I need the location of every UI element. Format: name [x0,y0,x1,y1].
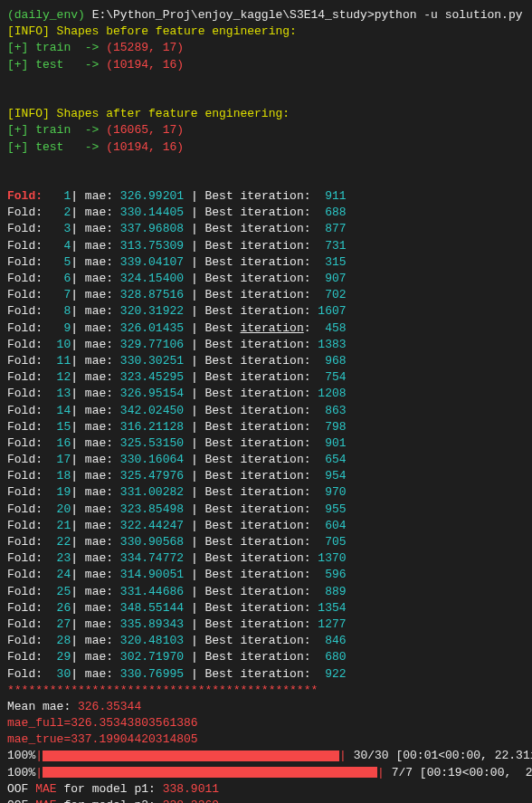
fold-row: Fold: 30| mae: 330.76995 | Best iteratio… [7,666,525,683]
fold-row: Fold: 12| mae: 323.45295 | Best iteratio… [7,369,525,386]
fold-row: Fold: 13| mae: 326.95154 | Best iteratio… [7,386,525,402]
progress-fill [43,750,339,761]
progress-fill [43,767,377,778]
fold-row: Fold: 5| mae: 339.04107 | Best iteration… [7,254,525,271]
progress-bar: 100%|| 7/7 [00:19<00:00, 2.80s/it] [7,765,525,781]
oof-line: OOF MAE for model p1: 338.9011 [7,781,525,798]
fold-row: Fold: 29| mae: 302.71970 | Best iteratio… [7,649,525,665]
shape-train-after: [+] train -> (16065, 17) [7,122,525,139]
prompt-line[interactable]: (daily_env) E:\Python_Proj\enjoy_kaggle\… [7,7,525,24]
terminal-output: (daily_env) E:\Python_Proj\enjoy_kaggle\… [7,7,525,803]
fold-row: Fold: 8| mae: 320.31922 | Best iteration… [7,303,525,320]
fold-row: Fold: 23| mae: 334.74772 | Best iteratio… [7,550,525,567]
fold-row: Fold: 28| mae: 320.48103 | Best iteratio… [7,633,525,649]
progress-bar: 100%|| 30/30 [00:01<00:00, 22.31it/s] [7,748,525,764]
fold-row: Fold: 18| mae: 325.47976 | Best iteratio… [7,468,525,484]
mae-true: mae_true=337.19904420314805 [7,731,525,748]
fold-row: Fold: 14| mae: 342.02450 | Best iteratio… [7,403,525,419]
fold-row: Fold: 7| mae: 328.87516 | Best iteration… [7,287,525,303]
info-before: [INFO] Shapes before feature engineering… [7,24,525,40]
fold-row: Fold: 6| mae: 324.15400 | Best iteration… [7,271,525,287]
fold-row: Fold: 27| mae: 335.89343 | Best iteratio… [7,617,525,633]
fold-row: Fold: 22| mae: 330.90568 | Best iteratio… [7,534,525,550]
oof-line: OOF MAE for model p2: 338.3369 [7,798,525,803]
shape-test-after: [+] test -> (10194, 16) [7,139,525,156]
shape-train-before: [+] train -> (15289, 17) [7,40,525,56]
fold-row: Fold: 25| mae: 331.44686 | Best iteratio… [7,584,525,600]
fold-row: Fold: 26| mae: 348.55144 | Best iteratio… [7,600,525,617]
divider-stars: ****************************************… [7,683,525,699]
fold-row: Fold: 2| mae: 330.14405 | Best iteration… [7,205,525,221]
fold-row: Fold: 9| mae: 326.01435 | Best iteration… [7,320,525,337]
fold-row: Fold: 3| mae: 337.96808 | Best iteration… [7,221,525,237]
mae-full: mae_full=326.35343803561386 [7,715,525,731]
fold-row: Fold: 20| mae: 323.85498 | Best iteratio… [7,502,525,518]
info-after: [INFO] Shapes after feature engineering: [7,106,525,122]
fold-row: Fold: 21| mae: 322.44247 | Best iteratio… [7,518,525,534]
fold-row: Fold: 17| mae: 330.16064 | Best iteratio… [7,452,525,468]
fold-row: Fold: 16| mae: 325.53150 | Best iteratio… [7,435,525,452]
shape-test-before: [+] test -> (10194, 16) [7,57,525,73]
fold-row: Fold: 24| mae: 314.90051 | Best iteratio… [7,567,525,583]
fold-row: Fold: 11| mae: 330.30251 | Best iteratio… [7,353,525,369]
fold-row: Fold: 1| mae: 326.99201 | Best iteration… [7,188,525,205]
mean-mae: Mean mae: 326.35344 [7,699,525,715]
fold-row: Fold: 19| mae: 331.00282 | Best iteratio… [7,484,525,501]
fold-row: Fold: 10| mae: 329.77106 | Best iteratio… [7,337,525,353]
fold-row: Fold: 4| mae: 313.75309 | Best iteration… [7,238,525,254]
fold-row: Fold: 15| mae: 316.21128 | Best iteratio… [7,419,525,435]
